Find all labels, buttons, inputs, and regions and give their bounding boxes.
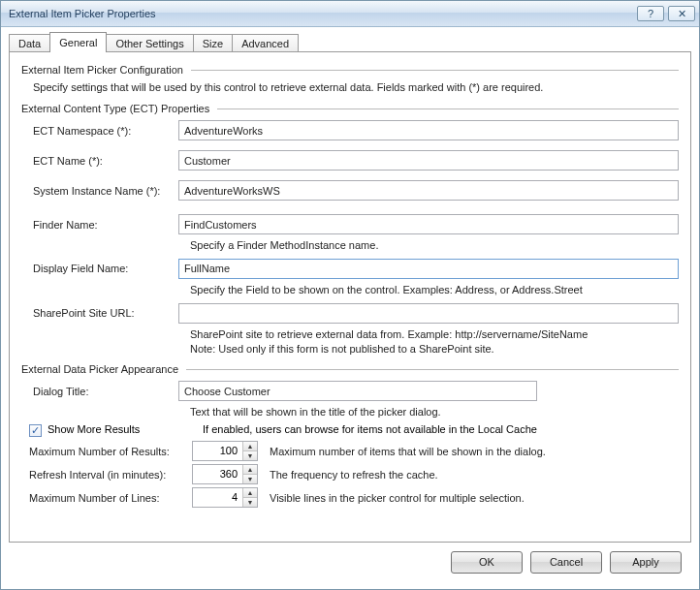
tab-data[interactable]: Data	[9, 34, 50, 52]
section-divider	[217, 109, 679, 109]
site-url-label: SharePoint Site URL:	[21, 307, 178, 319]
ect-name-label: ECT Name (*):	[21, 155, 178, 167]
tab-size[interactable]: Size	[193, 34, 233, 52]
tab-general[interactable]: General	[49, 32, 107, 52]
section-title: External Content Type (ECT) Properties	[21, 103, 209, 114]
ok-button[interactable]: OK	[451, 551, 523, 574]
close-icon: ✕	[678, 8, 686, 20]
display-field-label: Display Field Name:	[21, 263, 178, 274]
section-title: External Item Picker Configuration	[21, 64, 183, 76]
show-more-label: Show More Results	[48, 423, 191, 435]
refresh-interval-value[interactable]: 360	[193, 465, 242, 483]
max-results-label: Maximum Number of Results:	[21, 446, 192, 457]
dialog-title-label: Dialog Title:	[21, 386, 178, 397]
max-lines-spinner[interactable]: 4 ▲▼	[192, 487, 258, 508]
site-url-input[interactable]	[178, 303, 679, 324]
refresh-interval-label: Refresh Interval (in minutes):	[21, 469, 192, 481]
row-ect-namespace: ECT Namespace (*):	[21, 120, 679, 140]
section-divider	[191, 70, 679, 71]
tab-strip: Data General Other Settings Size Advance…	[9, 33, 691, 52]
finder-name-label: Finder Name:	[21, 219, 178, 231]
window-title: External Item Picker Properties	[9, 8, 637, 19]
show-more-checkbox[interactable]: ✓	[29, 424, 42, 437]
titlebar-buttons: ? ✕	[637, 6, 695, 21]
row-refresh-interval: Refresh Interval (in minutes): 360 ▲▼ Th…	[21, 464, 679, 484]
spin-up-icon[interactable]: ▲	[243, 465, 257, 475]
row-finder-name: Finder Name:	[21, 214, 679, 234]
section-divider	[186, 369, 679, 370]
max-results-spinner[interactable]: 100 ▲▼	[192, 441, 258, 461]
max-lines-label: Maximum Number of Lines:	[21, 492, 192, 504]
help-icon: ?	[648, 8, 653, 19]
display-field-hint: Specify the Field to be shown on the con…	[190, 283, 679, 297]
section-configuration: External Item Picker Configuration	[21, 64, 679, 76]
row-max-results: Maximum Number of Results: 100 ▲▼ Maximu…	[21, 441, 679, 461]
tab-other-settings[interactable]: Other Settings	[106, 34, 193, 52]
system-instance-input[interactable]	[178, 180, 679, 201]
tab-panel-general: External Item Picker Configuration Speci…	[9, 51, 691, 543]
row-show-more: ✓ Show More Results If enabled, users ca…	[29, 423, 679, 437]
spin-up-icon[interactable]: ▲	[243, 488, 257, 498]
row-display-field: Display Field Name:	[21, 259, 679, 279]
spin-down-icon[interactable]: ▼	[243, 475, 257, 483]
max-results-value[interactable]: 100	[193, 442, 242, 460]
site-url-hint: SharePoint site to retrieve external dat…	[190, 327, 679, 357]
spin-down-icon[interactable]: ▼	[243, 498, 257, 507]
row-system-instance: System Instance Name (*):	[21, 180, 679, 201]
cancel-button[interactable]: Cancel	[530, 551, 602, 574]
dialog-window: External Item Picker Properties ? ✕ Data…	[0, 0, 700, 590]
spin-down-icon[interactable]: ▼	[243, 451, 257, 460]
close-button[interactable]: ✕	[668, 6, 695, 21]
finder-name-hint: Specify a Finder MethodInstance name.	[190, 238, 679, 253]
titlebar: External Item Picker Properties ? ✕	[1, 1, 699, 27]
help-button[interactable]: ?	[637, 6, 664, 21]
dialog-title-input[interactable]	[178, 381, 537, 401]
dialog-title-hint: Text that will be shown in the title of …	[190, 405, 679, 419]
max-results-hint: Maximum number of items that will be sho…	[270, 446, 546, 457]
row-max-lines: Maximum Number of Lines: 4 ▲▼ Visible li…	[21, 487, 679, 508]
section-title: External Data Picker Appearance	[21, 363, 178, 375]
ect-name-input[interactable]	[178, 150, 679, 171]
row-ect-name: ECT Name (*):	[21, 150, 679, 171]
ect-namespace-label: ECT Namespace (*):	[21, 125, 178, 137]
configuration-description: Specify settings that will be used by th…	[33, 81, 679, 93]
spin-up-icon[interactable]: ▲	[243, 442, 257, 451]
max-lines-hint: Visible lines in the picker control for …	[270, 492, 525, 504]
apply-button[interactable]: Apply	[610, 551, 682, 574]
refresh-interval-hint: The frequency to refresh the cache.	[270, 469, 438, 481]
display-field-input[interactable]	[178, 259, 679, 279]
ect-namespace-input[interactable]	[178, 120, 679, 140]
button-bar: OK Cancel Apply	[9, 543, 691, 581]
section-ect-properties: External Content Type (ECT) Properties	[21, 103, 679, 114]
content-area: Data General Other Settings Size Advance…	[1, 27, 699, 589]
row-site-url: SharePoint Site URL:	[21, 303, 679, 324]
show-more-hint: If enabled, users can browse for items n…	[203, 423, 537, 435]
section-appearance: External Data Picker Appearance	[21, 363, 679, 375]
system-instance-label: System Instance Name (*):	[21, 185, 178, 197]
checkmark-icon: ✓	[31, 425, 40, 436]
tab-advanced[interactable]: Advanced	[232, 34, 299, 52]
row-dialog-title: Dialog Title:	[21, 381, 679, 401]
finder-name-input[interactable]	[178, 214, 679, 234]
max-lines-value[interactable]: 4	[193, 488, 242, 507]
refresh-interval-spinner[interactable]: 360 ▲▼	[192, 464, 258, 484]
